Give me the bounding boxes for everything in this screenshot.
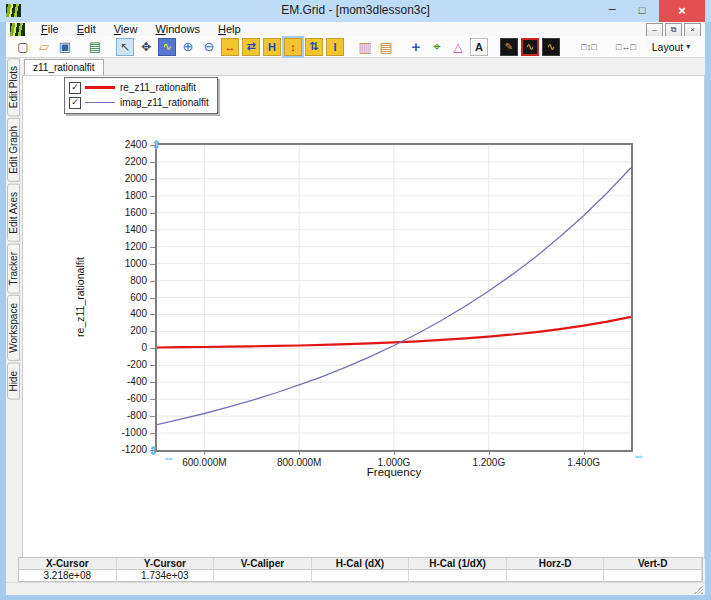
- layout-menu-button[interactable]: Layout▾: [656, 38, 682, 56]
- ytick--1000: -1000: [97, 427, 147, 438]
- legend-label: re_z11_rationalfit: [120, 82, 196, 93]
- legend-line-sample: [85, 102, 115, 104]
- menu-edit[interactable]: Edit: [68, 22, 105, 36]
- layout-label: Layout: [652, 41, 684, 53]
- tab-z11-rationalfit[interactable]: z11_rationalfit: [24, 59, 104, 75]
- x-axis-right-handle-icon[interactable]: ⇔: [633, 449, 645, 463]
- y-axis-bottom-handle-icon[interactable]: ⇕: [148, 444, 158, 458]
- mdi-child-icon: [10, 23, 25, 36]
- ytick-mark: [150, 450, 155, 451]
- document-tab-bar: z11_rationalfit: [22, 58, 705, 76]
- sidebar-tab-edit-plots[interactable]: Edit Plots: [7, 58, 20, 116]
- ytick-mark: [150, 264, 155, 265]
- ytick-1600: 1600: [97, 207, 147, 218]
- resize-grip[interactable]: [693, 584, 703, 594]
- zoom-in-button[interactable]: ⊕: [179, 38, 197, 56]
- text-tool-button[interactable]: A: [470, 38, 488, 56]
- row-layout-button[interactable]: ▤: [377, 38, 395, 56]
- mdi-window-buttons: – ⧉ ×: [646, 23, 701, 37]
- plot-canvas: ✓re_z11_rationalfit✓imag_z11_rationalfit…: [22, 75, 705, 559]
- status-value-1: 1.734e+03: [117, 570, 215, 582]
- legend-checkbox-re_z11_rationalfit[interactable]: ✓: [69, 82, 81, 94]
- ytick-mark: [150, 213, 155, 214]
- ytick-mark: [150, 382, 155, 383]
- status-header-y-cursor: Y-Cursor: [117, 558, 215, 570]
- shrink-y-button[interactable]: ⇅: [305, 38, 323, 56]
- minimize-button[interactable]: –: [599, 0, 625, 22]
- save-button[interactable]: ▣: [56, 38, 74, 56]
- ytick-400: 400: [97, 308, 147, 319]
- sidebar-tab-tracker[interactable]: Tracker: [7, 244, 20, 294]
- ytick--600: -600: [97, 393, 147, 404]
- open-file-button[interactable]: ▱: [35, 38, 53, 56]
- ytick-mark: [150, 365, 155, 366]
- menu-view[interactable]: View: [105, 22, 147, 36]
- expand-y-button[interactable]: ↕: [284, 38, 302, 56]
- mdi-close-button[interactable]: ×: [684, 23, 701, 37]
- ytick-800: 800: [97, 275, 147, 286]
- menu-file[interactable]: File: [32, 22, 68, 36]
- expand-x-button[interactable]: ↔: [221, 38, 239, 56]
- axes-tool-button[interactable]: ⌖: [428, 38, 446, 56]
- pen-plot-button[interactable]: ✎: [500, 38, 518, 56]
- maximize-button[interactable]: □: [629, 0, 655, 22]
- triangle-tool-button[interactable]: △: [449, 38, 467, 56]
- sidebar-tab-hide[interactable]: Hide: [7, 363, 20, 400]
- title-bar: EM.Grid - [mom3dlesson3c] – □ ×: [0, 0, 711, 22]
- sidebar-tab-edit-axes[interactable]: Edit Axes: [7, 184, 20, 242]
- fit-x-button[interactable]: H: [263, 38, 281, 56]
- ytick--800: -800: [97, 410, 147, 421]
- ytick-2400: 2400: [97, 139, 147, 150]
- toolbar: ▢▱▣▤↖✥∿⊕⊖↔⇄H↕⇅I▥▤+⌖△A✎∿∿□↕□□↔□Layout▾: [6, 36, 705, 58]
- print-button[interactable]: ▤: [86, 38, 104, 56]
- xtick-mark: [489, 451, 490, 455]
- ytick-mark: [150, 247, 155, 248]
- zoom-out-button[interactable]: ⊖: [200, 38, 218, 56]
- legend-row-re_z11_rationalfit: ✓re_z11_rationalfit: [69, 80, 209, 95]
- crosshair-button[interactable]: +: [407, 38, 425, 56]
- pan-hand-button[interactable]: ✥: [137, 38, 155, 56]
- menu-windows[interactable]: Windows: [146, 22, 209, 36]
- xtick-800.000M: 800.000M: [259, 457, 339, 468]
- status-bar: [6, 582, 705, 595]
- cursor-readout-table: X-CursorY-CursorV-CaliperH-Cal (dX)H-Cal…: [18, 557, 703, 582]
- fit-y-button[interactable]: I: [326, 38, 344, 56]
- cursor-readout-headers: X-CursorY-CursorV-CaliperH-Cal (dX)H-Cal…: [19, 558, 702, 570]
- chevron-down-icon: ▾: [686, 42, 690, 51]
- ytick-mark: [150, 298, 155, 299]
- mdi-minimize-button[interactable]: –: [646, 23, 663, 37]
- status-header-h-cal-1-dx-: H-Cal (1/dX): [409, 558, 507, 570]
- graph-button[interactable]: ∿: [542, 38, 560, 56]
- new-document-button[interactable]: ▢: [14, 38, 32, 56]
- legend-row-imag_z11_rationalfit: ✓imag_z11_rationalfit: [69, 95, 209, 110]
- shrink-x-button[interactable]: ⇄: [242, 38, 260, 56]
- close-button[interactable]: ×: [659, 0, 705, 22]
- xtick-1.400G: 1.400G: [544, 457, 624, 468]
- ytick-mark: [150, 281, 155, 282]
- vertical-align-button[interactable]: □↕□: [572, 38, 606, 56]
- legend-line-sample: [85, 86, 115, 89]
- sidebar-tab-workspace[interactable]: Workspace: [7, 295, 20, 361]
- ytick--400: -400: [97, 376, 147, 387]
- status-value-2: [214, 570, 312, 582]
- ytick-mark: [150, 348, 155, 349]
- status-header-v-caliper: V-Caliper: [214, 558, 312, 570]
- sidebar-tab-edit-graph[interactable]: Edit Graph: [7, 118, 20, 182]
- select-pointer-button[interactable]: ↖: [116, 38, 134, 56]
- ytick-mark: [150, 179, 155, 180]
- plot-frame: [155, 143, 633, 452]
- legend-checkbox-imag_z11_rationalfit[interactable]: ✓: [69, 97, 81, 109]
- column-layout-button[interactable]: ▥: [356, 38, 374, 56]
- ytick-mark: [150, 416, 155, 417]
- ytick-1200: 1200: [97, 241, 147, 252]
- xtick-600.000M: 600.000M: [164, 457, 244, 468]
- ytick-mark: [150, 399, 155, 400]
- legend-box: ✓re_z11_rationalfit✓imag_z11_rationalfit: [64, 77, 218, 114]
- menu-help[interactable]: Help: [209, 22, 250, 36]
- zoom-region-button[interactable]: ∿: [158, 38, 176, 56]
- mdi-restore-button[interactable]: ⧉: [665, 23, 682, 37]
- ytick--1200: -1200: [97, 444, 147, 455]
- graph-red-border-button[interactable]: ∿: [521, 38, 539, 56]
- status-header-h-cal-dx-: H-Cal (dX): [312, 558, 410, 570]
- horizontal-align-button[interactable]: □↔□: [609, 38, 643, 56]
